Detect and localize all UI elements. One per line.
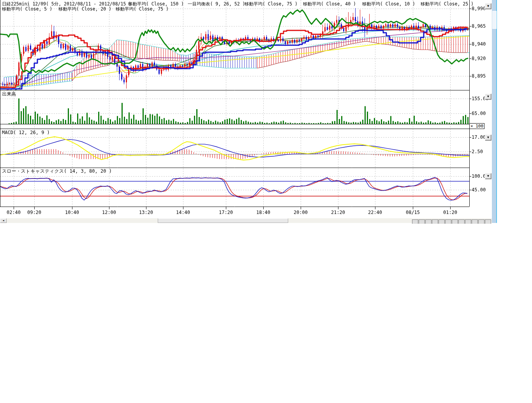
time-axis-label: 08/15 <box>404 210 421 215</box>
price-axis-label: 8,920 <box>472 56 486 61</box>
time-axis-label: 22:40 <box>366 210 384 215</box>
macd-axis-label: 2.50 <box>472 149 483 154</box>
time-axis-label: 09:20 <box>26 210 43 215</box>
time-axis-label: 12:00 <box>100 210 118 215</box>
time-axis-label: 21:20 <box>329 210 347 215</box>
mini-toolbar-button[interactable] <box>419 219 425 224</box>
price-axis-label: 8,990 <box>472 6 486 11</box>
horizontal-scrollbar-thumb[interactable] <box>158 218 288 223</box>
collapse-panel-button[interactable]: ▼ <box>485 3 491 9</box>
macd-panel-label: MACD( 12, 26, 9 ) <box>2 130 50 135</box>
mini-toolbar-button[interactable] <box>472 219 478 224</box>
mini-toolbar-button[interactable] <box>445 219 451 224</box>
mini-toolbar-button[interactable] <box>439 219 445 224</box>
mini-toolbar-button[interactable] <box>432 219 438 224</box>
time-axis-label: 20:00 <box>292 210 309 215</box>
price-axis-label: 8,895 <box>472 73 486 79</box>
macd-axis-label: 17.00 <box>472 134 486 140</box>
volume-axis-label: 65.00 <box>472 111 486 116</box>
time-axis-label: 10:40 <box>63 210 81 215</box>
mini-toolbar-button[interactable] <box>452 219 458 224</box>
vertical-scrollbar[interactable] <box>492 0 497 223</box>
mini-toolbar-button[interactable] <box>465 219 471 224</box>
mini-toolbar-button[interactable] <box>478 219 484 224</box>
stoch-axis-label: 45.00 <box>472 187 486 193</box>
mini-toolbar-button[interactable] <box>485 219 491 224</box>
vertical-scrollbar-thumb[interactable] <box>492 11 497 29</box>
time-axis-label: 17:20 <box>217 210 234 215</box>
time-axis-label: 02:40 <box>5 210 22 215</box>
stochastics-panel-label: スロー・ストキャスティクス( 14, 3, 80, 20 ) <box>2 168 112 175</box>
time-axis-label: 01:20 <box>442 210 459 215</box>
trading-chart-window: 日経225mini 12/09( 5分, 2012/08/11 - 2012/0… <box>0 0 532 403</box>
mini-toolbar-button[interactable] <box>425 219 432 224</box>
volume-panel-label: 出来高 <box>2 91 16 97</box>
scroll-left-arrow-icon[interactable]: ◄ <box>0 218 7 223</box>
time-axis-label: 13:20 <box>137 210 155 215</box>
mini-toolbar-button[interactable] <box>412 219 418 224</box>
collapse-panel-button[interactable]: ▼ <box>485 94 491 100</box>
time-axis-label: 18:40 <box>255 210 272 215</box>
chart-plot-canvas[interactable] <box>0 0 499 224</box>
time-axis-label: 14:40 <box>174 210 192 215</box>
volume-multiplier-badge: × 100 <box>469 123 484 129</box>
price-axis-label: 8,940 <box>472 41 486 47</box>
price-axis-label: 8,965 <box>472 23 486 29</box>
mini-toolbar-button[interactable] <box>458 219 465 224</box>
collapse-panel-button[interactable]: ▼ <box>485 173 491 179</box>
collapse-panel-button[interactable]: ▼ <box>485 134 491 141</box>
